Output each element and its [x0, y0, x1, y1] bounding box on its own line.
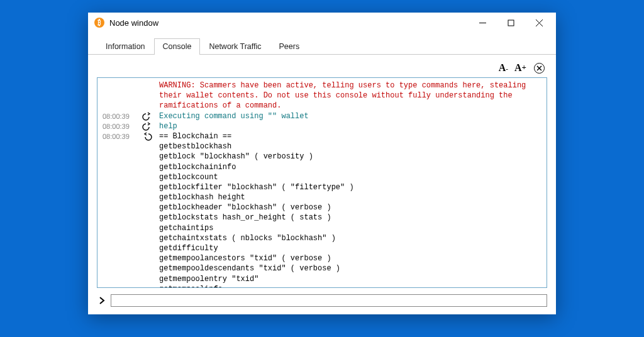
tab-label: Information: [106, 42, 145, 51]
timestamp: 08:00:39: [103, 121, 142, 131]
svg-rect-1: [508, 20, 514, 26]
tabbar: Information Console Network Traffic Peer…: [88, 33, 556, 55]
timestamp: 08:00:39: [103, 111, 142, 121]
console-toolbar: A- A+: [97, 61, 547, 77]
console-output-frame: WARNING: Scammers have been active, tell…: [97, 77, 547, 288]
tab-information[interactable]: Information: [97, 38, 154, 55]
console-panel: A- A+ WARNING: Scammers have been active…: [88, 55, 556, 314]
console-input[interactable]: [111, 294, 547, 307]
tab-console[interactable]: Console: [154, 38, 201, 55]
console-message: help: [159, 121, 543, 131]
close-icon: [536, 65, 542, 71]
tab-label: Console: [163, 42, 192, 51]
timestamp: [103, 80, 142, 81]
font-increase-button[interactable]: A+: [513, 62, 528, 74]
console-line: 08:00:39Executing command using "" walle…: [103, 111, 543, 121]
font-decrease-button[interactable]: A-: [497, 62, 509, 74]
window-controls: [469, 13, 553, 33]
reply-out-icon: [142, 121, 159, 131]
console-line: 08:00:39help: [103, 121, 543, 131]
reply-out-icon: [142, 111, 159, 121]
tab-label: Network Traffic: [209, 42, 261, 51]
console-line: WARNING: Scammers have been active, tell…: [103, 80, 543, 111]
chevron-right-icon: [97, 295, 107, 306]
tab-network-traffic[interactable]: Network Traffic: [200, 38, 270, 55]
node-window: ₿ Node window Information Console Networ…: [88, 13, 556, 314]
timestamp: 08:00:39: [103, 131, 142, 141]
tab-label: Peers: [279, 42, 300, 51]
titlebar: ₿ Node window: [88, 13, 556, 33]
console-message: Executing command using "" wallet: [159, 111, 543, 121]
clear-console-button[interactable]: [534, 63, 545, 74]
console-input-row: [97, 294, 547, 307]
minimize-button[interactable]: [469, 13, 497, 33]
bitcoin-icon: ₿: [94, 18, 104, 28]
maximize-button[interactable]: [497, 13, 525, 33]
console-line: 08:00:39== Blockchain == getbestblockhas…: [103, 131, 543, 287]
console-message: == Blockchain == getbestblockhash getblo…: [159, 131, 543, 287]
blank-icon: [142, 80, 159, 81]
reply-in-icon: [142, 131, 159, 141]
close-button[interactable]: [525, 13, 553, 33]
tab-peers[interactable]: Peers: [270, 38, 309, 55]
window-title: Node window: [109, 18, 158, 28]
console-message: WARNING: Scammers have been active, tell…: [159, 80, 543, 111]
console-output[interactable]: WARNING: Scammers have been active, tell…: [97, 78, 547, 287]
